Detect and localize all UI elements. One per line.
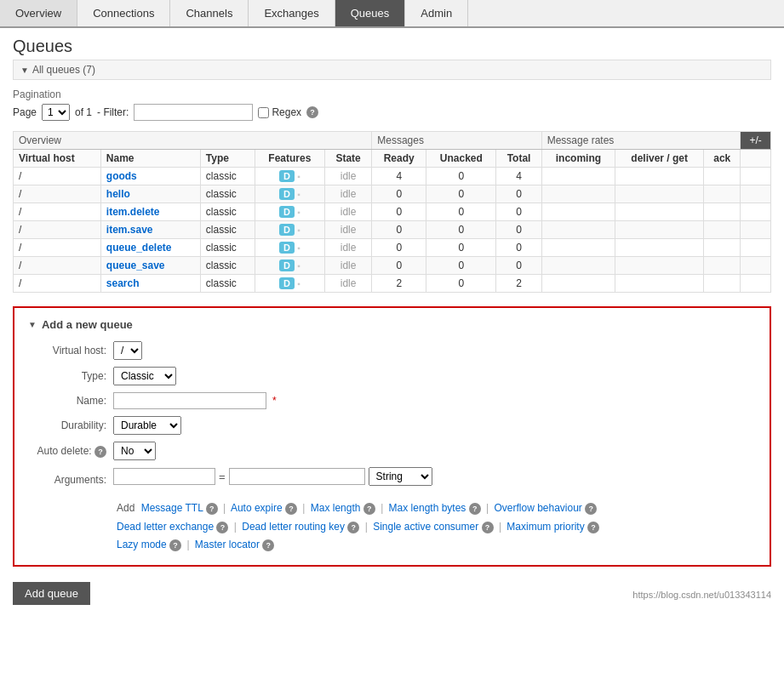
regex-help-icon[interactable]: ?: [306, 106, 318, 118]
equals-sign: =: [219, 471, 226, 483]
cell-extra: [741, 221, 771, 239]
table-row: / item.save classic D ▪ idle 0 0 0: [14, 221, 771, 239]
cell-type: classic: [200, 221, 255, 239]
cell-name[interactable]: queue_save: [100, 257, 200, 275]
maximum-priority-help[interactable]: ?: [587, 522, 599, 533]
cell-state: idle: [325, 275, 372, 293]
th-deliver: deliver / get: [615, 150, 704, 168]
cell-name[interactable]: queue_delete: [100, 239, 200, 257]
message-ttl-help[interactable]: ?: [206, 503, 218, 515]
add-dead-letter-exchange[interactable]: Dead letter exchange: [117, 521, 214, 533]
cell-deliver: [615, 221, 704, 239]
table-row: / queue_delete classic D ▪ idle 0 0 0: [14, 239, 771, 257]
col-toggle-button[interactable]: +/-: [741, 132, 771, 150]
add-max-length-bytes[interactable]: Max length bytes: [389, 502, 466, 514]
cell-incoming: [541, 203, 615, 221]
cell-extra: [741, 257, 771, 275]
arg-type-select[interactable]: String Number Boolean: [369, 467, 432, 486]
cell-name[interactable]: hello: [100, 185, 200, 203]
cell-deliver: [615, 185, 704, 203]
page-select[interactable]: 1: [42, 104, 70, 121]
add-queue-section: ▼ Add a new queue Virtual host: / Type: …: [13, 306, 771, 567]
cell-incoming: [541, 168, 615, 185]
lazy-mode-help[interactable]: ?: [169, 539, 181, 551]
nav-channels[interactable]: Channels: [170, 0, 249, 26]
max-length-help[interactable]: ?: [363, 503, 375, 515]
add-auto-expire[interactable]: Auto expire: [231, 502, 283, 514]
th-unacked: Unacked: [426, 150, 496, 168]
add-queue-button[interactable]: Add queue: [13, 582, 90, 605]
cell-name[interactable]: search: [100, 275, 200, 293]
add-master-locator[interactable]: Master locator: [195, 539, 260, 550]
add-single-active-consumer[interactable]: Single active consumer: [373, 521, 478, 533]
type-select[interactable]: Classic Quorum: [113, 367, 176, 385]
add-message-ttl[interactable]: Message TTL: [141, 502, 203, 514]
regex-checkbox[interactable]: [258, 107, 269, 118]
single-active-consumer-help[interactable]: ?: [482, 522, 494, 533]
master-locator-help[interactable]: ?: [262, 539, 274, 551]
top-navigation: Overview Connections Channels Exchanges …: [0, 0, 784, 28]
add-lazy-mode[interactable]: Lazy mode: [117, 539, 167, 550]
cell-deliver: [615, 239, 704, 257]
cell-incoming: [541, 275, 615, 293]
virtual-host-select[interactable]: /: [113, 341, 142, 360]
auto-delete-select[interactable]: No Yes: [113, 442, 156, 460]
max-length-bytes-help[interactable]: ?: [469, 503, 481, 515]
cell-name[interactable]: item.save: [100, 221, 200, 239]
add-max-length[interactable]: Max length: [311, 502, 361, 514]
auto-delete-help-icon[interactable]: ?: [94, 446, 106, 458]
cell-vhost: /: [14, 185, 101, 203]
add-maximum-priority[interactable]: Maximum priority: [506, 521, 584, 533]
name-input[interactable]: [113, 392, 266, 409]
cell-ack: [704, 239, 741, 257]
collapse-icon[interactable]: ▼: [20, 66, 29, 75]
cell-name[interactable]: goods: [100, 168, 200, 185]
arg-value-input[interactable]: [229, 468, 365, 485]
nav-queues[interactable]: Queues: [335, 0, 406, 26]
regex-label[interactable]: Regex: [258, 106, 301, 118]
cell-name[interactable]: item.delete: [100, 203, 200, 221]
cell-total: 0: [496, 221, 541, 239]
cell-incoming: [541, 257, 615, 275]
add-dead-letter-routing-key[interactable]: Dead letter routing key: [242, 521, 345, 533]
cell-deliver: [615, 275, 704, 293]
cell-unacked: 0: [426, 239, 496, 257]
durability-row: Durability: Durable Transient: [28, 416, 756, 435]
durability-label: Durability:: [28, 419, 113, 431]
auto-expire-help[interactable]: ?: [285, 503, 297, 515]
nav-overview[interactable]: Overview: [0, 0, 77, 26]
cell-unacked: 0: [426, 275, 496, 293]
cell-ack: [704, 221, 741, 239]
dead-letter-exchange-help[interactable]: ?: [216, 522, 228, 533]
durability-select[interactable]: Durable Transient: [113, 416, 181, 435]
cell-ready: 0: [372, 221, 426, 239]
cell-ready: 0: [372, 257, 426, 275]
collapse-add-icon[interactable]: ▼: [28, 320, 37, 329]
overflow-behaviour-help[interactable]: ?: [585, 503, 597, 515]
cell-unacked: 0: [426, 203, 496, 221]
col-group-messages: Messages: [372, 132, 541, 150]
cell-ack: [704, 257, 741, 275]
cell-vhost: /: [14, 221, 101, 239]
nav-exchanges[interactable]: Exchanges: [249, 0, 335, 26]
cell-type: classic: [200, 185, 255, 203]
arg-key-input[interactable]: [113, 468, 215, 485]
cell-feature: D ▪: [255, 185, 324, 203]
cell-ack: [704, 185, 741, 203]
cell-vhost: /: [14, 239, 101, 257]
cell-total: 0: [496, 185, 541, 203]
nav-connections[interactable]: Connections: [77, 0, 170, 26]
table-row: / search classic D ▪ idle 2 0 2: [14, 275, 771, 293]
add-overflow-behaviour[interactable]: Overflow behaviour: [494, 502, 581, 514]
th-name: Name: [100, 150, 200, 168]
cell-ack: [704, 275, 741, 293]
cell-unacked: 0: [426, 168, 496, 185]
cell-vhost: /: [14, 168, 101, 185]
queue-table: Overview Messages Message rates +/- Virt…: [13, 131, 771, 293]
cell-state: idle: [325, 239, 372, 257]
cell-state: idle: [325, 168, 372, 185]
cell-state: idle: [325, 257, 372, 275]
nav-admin[interactable]: Admin: [405, 0, 468, 26]
filter-input[interactable]: [134, 104, 253, 121]
dead-letter-routing-key-help[interactable]: ?: [347, 522, 359, 533]
